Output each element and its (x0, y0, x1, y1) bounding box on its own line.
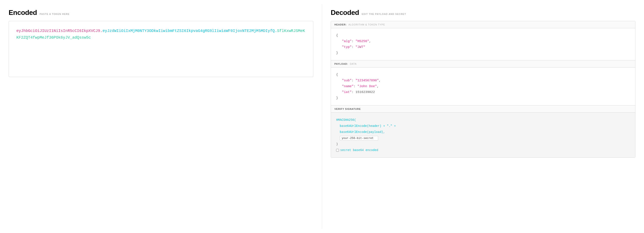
verify-base64-header: base64UrlEncode(header) + "." + (340, 124, 396, 128)
encoded-panel: Encoded PASTE A TOKEN HERE eyJhbGciOiJIU… (0, 4, 322, 229)
verify-section-header: VERIFY SIGNATURE (331, 106, 635, 113)
payload-sublabel: DATA (350, 63, 357, 65)
payload-iat-line: "iat": 1516239022 (336, 89, 630, 95)
header-open-brace: { (336, 33, 630, 38)
payload-name-line: "name": "John Doe", (336, 84, 630, 89)
secret-input[interactable] (340, 136, 378, 140)
decoded-sections: HEADER: ALGORITHM & TOKEN TYPE { "alg": … (331, 21, 636, 158)
decoded-title: Decoded (331, 9, 359, 17)
decoded-header: Decoded EDIT THE PAYLOAD AND SECRET (331, 9, 636, 17)
decoded-subtitle: EDIT THE PAYLOAD AND SECRET (362, 13, 406, 15)
payload-sub-line: "sub": "1234567890", (336, 78, 630, 84)
payload-body[interactable]: { "sub": "1234567890", "name": "John Doe… (331, 68, 635, 105)
payload-close-brace: } (336, 95, 630, 101)
header-sublabel: ALGORITHM & TOKEN TYPE (348, 23, 385, 26)
verify-section: VERIFY SIGNATURE HMACSHA256( base64UrlEn… (331, 106, 635, 157)
verify-fn-line: HMACSHA256( (336, 117, 630, 123)
payload-label: PAYLOAD: (334, 63, 348, 65)
header-body[interactable]: { "alg": "HS256", "typ": "JWT" } (331, 28, 635, 60)
base64-checkbox[interactable] (336, 149, 339, 152)
verify-close-paren: ) (336, 142, 342, 146)
checkbox-text: secret base64 encoded (340, 147, 378, 153)
encoded-token-box[interactable]: eyJhbGciOiJIUzI1NiIsInR5cCI6IkpXVCJ9.eyJ… (8, 21, 313, 77)
verify-line1: base64UrlEncode(header) + "." + (336, 123, 630, 129)
decoded-panel: Decoded EDIT THE PAYLOAD AND SECRET HEAD… (322, 4, 644, 229)
header-typ-line: "typ": "JWT" (336, 44, 630, 50)
header-label: HEADER: (334, 23, 347, 26)
verify-secret-line (336, 135, 630, 141)
verify-body: HMACSHA256( base64UrlEncode(header) + ".… (331, 113, 635, 157)
header-section: HEADER: ALGORITHM & TOKEN TYPE { "alg": … (331, 21, 635, 60)
verify-label: VERIFY SIGNATURE (334, 108, 361, 110)
verify-base64-payload: base64UrlEncode(payload), (340, 130, 385, 134)
header-close-brace: } (336, 50, 630, 56)
encoded-subtitle: PASTE A TOKEN HERE (40, 13, 70, 15)
encoded-header: Encoded PASTE A TOKEN HERE (8, 9, 313, 17)
payload-section: PAYLOAD: DATA { "sub": "1234567890", "na… (331, 60, 635, 106)
token-part2: eyJzdWIiOiIxMjM0NTY3ODkwIiwibmFtZSI6Ikpv… (102, 29, 277, 33)
base64-checkbox-label[interactable]: secret base64 encoded (336, 147, 630, 153)
verify-close-line: ) secret base64 encoded (336, 141, 630, 153)
verify-line2: base64UrlEncode(payload), (336, 129, 630, 135)
verify-fn-name: HMACSHA256( (336, 118, 356, 122)
token-part1: eyJhbGciOiJIUzI1NiIsInR5cCI6IkpXVCJ9. (16, 29, 102, 33)
payload-section-header: PAYLOAD: DATA (331, 60, 635, 68)
header-alg-line: "alg": "HS256", (336, 38, 630, 44)
payload-open-brace: { (336, 72, 630, 78)
encoded-title: Encoded (8, 9, 37, 17)
header-section-header: HEADER: ALGORITHM & TOKEN TYPE (331, 21, 635, 28)
